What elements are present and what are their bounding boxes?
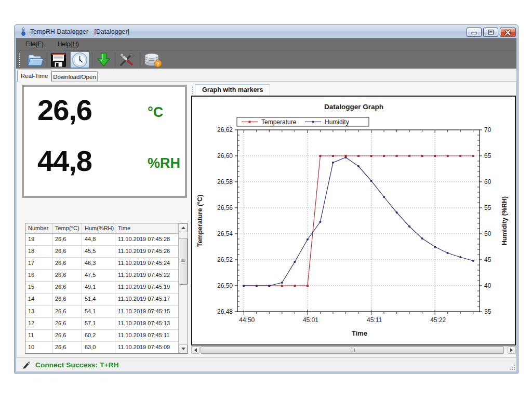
table-header-cell: Number	[25, 223, 52, 233]
table-cell: 26,6	[52, 258, 82, 269]
table-row[interactable]: 1826,645,511.10.2019 07:45:26	[25, 246, 178, 258]
marker	[370, 180, 372, 182]
window-title: TempRH Datalogger - [Datalogger]	[30, 28, 129, 35]
graph-strip-grip[interactable]	[192, 86, 193, 94]
marker	[396, 155, 398, 157]
table-cell: 11.10.2019 07:45:26	[115, 246, 178, 257]
marker	[344, 156, 347, 158]
left-arrow-icon	[194, 348, 197, 352]
table-cell: 12	[25, 318, 52, 329]
table-scrollbar-thumb[interactable]	[179, 238, 188, 285]
realtime-button[interactable]	[70, 51, 89, 68]
series-line-humidity	[244, 157, 473, 286]
x-axis-tick-label: 45:11	[367, 316, 382, 324]
table-cell: 45,5	[82, 246, 115, 257]
right-axis-tick-label: 40	[484, 282, 491, 289]
graph-mode-label[interactable]: Graph with markers	[195, 84, 270, 96]
right-axis-title: Humidity (%RH)	[501, 196, 508, 245]
table-cell: 11.10.2019 07:45:13	[115, 318, 178, 329]
settings-button[interactable]	[117, 51, 138, 68]
table-cell: 14	[25, 294, 52, 305]
save-floppy-icon	[50, 52, 66, 68]
table-header-row: NumberTemp(°C)Hum(%RH)Time	[25, 223, 178, 234]
marker	[383, 155, 385, 157]
marker	[472, 260, 474, 262]
resize-grip[interactable]	[509, 364, 515, 370]
table-row[interactable]: 1226,657,111.10.2019 07:45:13	[25, 318, 178, 330]
left-axis-tick-label: 26,56	[217, 204, 233, 211]
table-cell: 47,5	[82, 270, 115, 281]
open-file-button[interactable]	[26, 51, 45, 68]
table-cell: 11	[25, 330, 52, 341]
table-header-cell: Hum(%RH)	[82, 223, 115, 233]
graph-horizontal-scrollbar[interactable]	[191, 346, 516, 354]
tools-icon	[118, 52, 137, 68]
menu-file[interactable]: File(F)	[21, 38, 48, 50]
series-line-temperature	[244, 156, 473, 286]
table-cell: 57,1	[82, 318, 115, 329]
marker	[421, 237, 423, 240]
table-row[interactable]: 1726,646,311.10.2019 07:45:24	[25, 258, 178, 270]
scroll-down-button[interactable]	[179, 344, 188, 353]
marker	[319, 221, 321, 223]
marker	[434, 155, 436, 157]
table-vertical-scrollbar[interactable]	[178, 223, 188, 353]
database-button[interactable]: ?	[142, 51, 164, 68]
table-cell: 26,6	[52, 306, 82, 317]
table-header-cell: Temp(°C)	[52, 223, 82, 233]
table-cell: 11.10.2019 07:45:22	[115, 270, 178, 281]
svg-text:?: ?	[156, 61, 159, 66]
scroll-up-button[interactable]	[179, 223, 188, 232]
download-button[interactable]	[94, 51, 113, 68]
right-axis-tick-label: 50	[484, 230, 491, 237]
tab-download-open[interactable]: Download/Open	[51, 71, 98, 81]
records-grid: NumberTemp(°C)Hum(%RH)Time1926,644,811.1…	[25, 223, 178, 353]
marker	[307, 285, 309, 287]
scroll-left-button[interactable]	[192, 347, 200, 354]
table-row[interactable]: 1926,644,811.10.2019 07:45:28	[25, 234, 178, 246]
marker	[408, 225, 410, 228]
app-thermometer-icon	[20, 27, 27, 36]
table-cell: 49,1	[82, 282, 115, 293]
scroll-right-button[interactable]	[508, 347, 515, 354]
table-row[interactable]: 1526,649,111.10.2019 07:45:19	[25, 282, 178, 294]
graph-scrollbar-thumb[interactable]	[201, 347, 504, 354]
x-axis-title: Time	[352, 329, 367, 337]
datalogger-chart: Datalogger Graph26,483526,504026,524526,…	[192, 97, 515, 344]
marker	[447, 252, 449, 254]
database-help-icon: ?	[143, 52, 163, 68]
temperature-unit: °C	[148, 104, 163, 121]
table-row[interactable]: 1026,663,011.10.2019 07:45:09	[25, 342, 178, 353]
marker	[243, 285, 245, 287]
save-button[interactable]	[49, 51, 68, 68]
table-cell: 11.10.2019 07:45:15	[115, 306, 178, 317]
x-axis-tick-label: 44:50	[239, 316, 255, 324]
close-icon	[504, 30, 511, 35]
app-window: TempRH Datalogger - [Datalogger]	[14, 24, 518, 374]
table-cell: 60,2	[82, 330, 115, 341]
humidity-unit: %RH	[148, 155, 180, 171]
marker	[319, 155, 321, 157]
download-arrow-icon	[96, 52, 111, 68]
minimize-button[interactable]	[467, 28, 482, 37]
toolbar-grip[interactable]	[19, 53, 21, 66]
table-row[interactable]: 1126,660,211.10.2019 07:45:11	[25, 330, 178, 342]
table-row[interactable]: 1626,647,511.10.2019 07:45:22	[25, 270, 178, 282]
chart-title: Datalogger Graph	[324, 103, 383, 111]
humidity-value: 44,8	[37, 144, 92, 178]
tab-real-time[interactable]: Real-Time	[17, 70, 51, 82]
restore-button[interactable]	[483, 28, 498, 37]
marker	[294, 285, 296, 287]
graph-toolstrip: Graph with markers	[192, 83, 270, 97]
toolbar-separator	[47, 52, 47, 67]
left-axis-tick-label: 26,54	[217, 230, 233, 237]
table-row[interactable]: 1426,651,411.10.2019 07:45:17	[25, 294, 178, 305]
table-cell: 10	[25, 342, 52, 353]
menubar: File(F) Help(H)	[16, 38, 516, 51]
close-button[interactable]	[500, 28, 516, 37]
right-arrow-icon	[510, 348, 513, 352]
menu-help[interactable]: Help(H)	[53, 38, 84, 50]
table-row[interactable]: 1326,654,111.10.2019 07:45:15	[25, 306, 178, 318]
up-arrow-icon	[181, 227, 185, 229]
toolbar: ?	[16, 51, 516, 69]
